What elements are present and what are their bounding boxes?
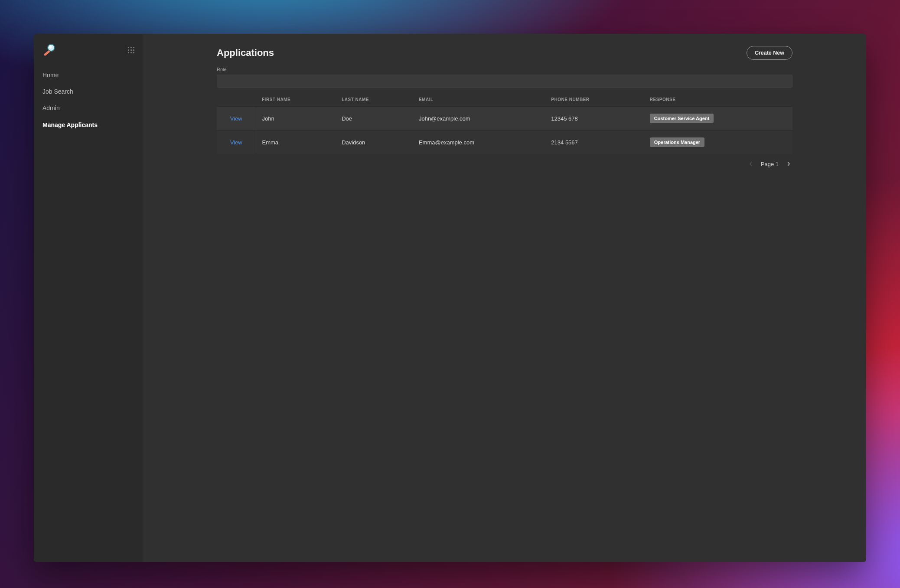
view-link[interactable]: View <box>230 115 242 122</box>
response-tag: Customer Service Agent <box>650 114 714 123</box>
sidebar-item-admin[interactable]: Admin <box>34 100 143 116</box>
chevron-left-icon <box>749 162 753 166</box>
cell-phone: 2134 5567 <box>545 131 643 154</box>
column-header-email: EMAIL <box>413 93 545 107</box>
role-filter: Role <box>217 67 792 88</box>
sidebar-nav: Home Job Search Admin Manage Applicants <box>34 63 143 133</box>
role-input[interactable] <box>217 75 792 88</box>
sidebar-item-label: Job Search <box>42 88 73 95</box>
sidebar-item-job-search[interactable]: Job Search <box>34 83 143 100</box>
column-header-first-name: FIRST NAME <box>256 93 336 107</box>
sidebar: Home Job Search Admin Manage Applicants <box>34 34 143 562</box>
response-tag: Operations Manager <box>650 137 704 147</box>
column-header-last-name: LAST NAME <box>336 93 413 107</box>
create-new-button[interactable]: Create New <box>747 46 792 60</box>
apps-grid-icon[interactable] <box>128 47 135 54</box>
cell-last-name: Davidson <box>336 131 413 154</box>
sidebar-item-home[interactable]: Home <box>34 67 143 83</box>
column-header-view <box>217 93 256 107</box>
svg-rect-2 <box>44 50 50 56</box>
cell-email: John@example.com <box>413 107 545 131</box>
page-header: Applications Create New <box>217 46 792 60</box>
table-row: View Emma Davidson Emma@example.com 2134… <box>217 131 792 154</box>
column-header-phone: PHONE NUMBER <box>545 93 643 107</box>
pagination-page-label: Page 1 <box>761 161 779 167</box>
cell-last-name: Doe <box>336 107 413 131</box>
pagination: Page 1 <box>217 160 792 168</box>
column-header-response: RESPONSE <box>644 93 792 107</box>
app-logo <box>42 42 57 58</box>
sidebar-top <box>34 40 143 63</box>
magnifier-logo-icon <box>42 42 57 58</box>
main-content: Applications Create New Role FIRST NAME … <box>143 34 866 562</box>
svg-point-1 <box>49 45 52 49</box>
table-row: View John Doe John@example.com 12345 678… <box>217 107 792 131</box>
view-link[interactable]: View <box>230 139 242 146</box>
cell-email: Emma@example.com <box>413 131 545 154</box>
cell-phone: 12345 678 <box>545 107 643 131</box>
applications-table: FIRST NAME LAST NAME EMAIL PHONE NUMBER … <box>217 93 792 154</box>
cell-response: Operations Manager <box>644 131 792 154</box>
role-label: Role <box>217 67 792 72</box>
view-cell: View <box>217 107 256 131</box>
sidebar-item-label: Admin <box>42 105 60 111</box>
sidebar-item-label: Home <box>42 72 59 78</box>
pagination-next-button[interactable] <box>785 160 792 168</box>
chevron-right-icon <box>786 162 791 166</box>
cell-first-name: Emma <box>256 131 336 154</box>
page-title: Applications <box>217 47 274 59</box>
sidebar-item-label: Manage Applicants <box>42 121 98 128</box>
cell-response: Customer Service Agent <box>644 107 792 131</box>
sidebar-item-manage-applicants[interactable]: Manage Applicants <box>34 117 143 133</box>
cell-first-name: John <box>256 107 336 131</box>
table-header-row: FIRST NAME LAST NAME EMAIL PHONE NUMBER … <box>217 93 792 107</box>
pagination-prev-button[interactable] <box>747 160 755 168</box>
app-window: Home Job Search Admin Manage Applicants … <box>34 34 866 562</box>
view-cell: View <box>217 131 256 154</box>
